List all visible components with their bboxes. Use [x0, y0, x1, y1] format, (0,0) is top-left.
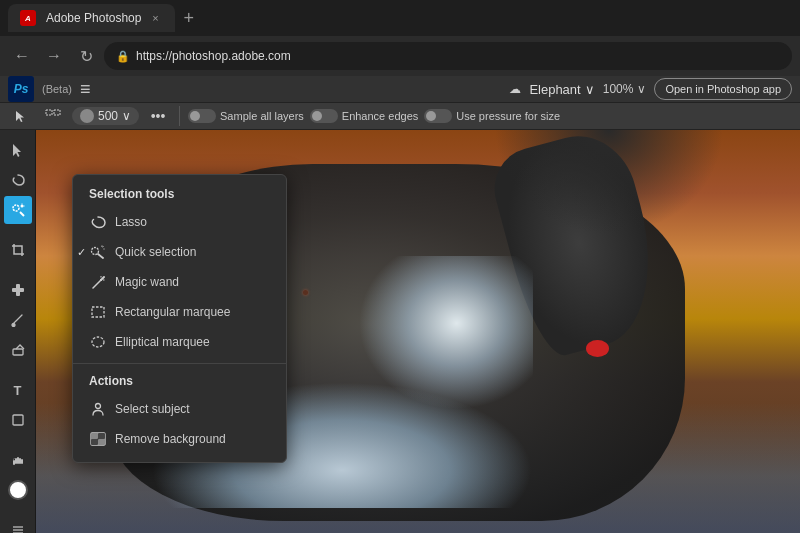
- svg-rect-19: [13, 460, 15, 465]
- back-button[interactable]: ←: [8, 42, 36, 70]
- sample-layers-toggle-oval[interactable]: [188, 109, 216, 123]
- svg-line-29: [93, 280, 101, 288]
- svg-rect-12: [12, 288, 24, 292]
- svg-rect-4: [54, 110, 60, 115]
- ps-beta-label: (Beta): [42, 83, 72, 95]
- dropdown-divider: [73, 363, 286, 364]
- tool-type[interactable]: T: [4, 376, 32, 404]
- new-tab-button[interactable]: +: [179, 8, 198, 29]
- rectangular-marquee-item[interactable]: Rectangular marquee: [73, 297, 286, 327]
- elephant-mouth: [586, 340, 609, 357]
- svg-rect-42: [91, 439, 98, 445]
- brush-size-value: 500: [98, 109, 118, 123]
- svg-rect-20: [21, 459, 23, 464]
- sample-layers-toggle[interactable]: Sample all layers: [188, 109, 304, 123]
- lasso-label: Lasso: [115, 215, 147, 229]
- remove-background-item[interactable]: Remove background: [73, 424, 286, 454]
- tool-healing[interactable]: [4, 276, 32, 304]
- svg-rect-39: [91, 433, 98, 439]
- refresh-button[interactable]: ↻: [72, 42, 100, 70]
- selection-tools-title: Selection tools: [73, 183, 286, 207]
- filename-text: Elephant: [529, 82, 580, 97]
- enhance-edges-toggle[interactable]: Enhance edges: [310, 109, 418, 123]
- rectangular-marquee-label: Rectangular marquee: [115, 305, 230, 319]
- svg-rect-40: [98, 439, 105, 445]
- tool-quick-select[interactable]: [4, 196, 32, 224]
- ps-canvas[interactable]: Selection tools Lasso: [36, 130, 800, 533]
- svg-rect-17: [17, 457, 19, 464]
- quick-select-icon: [89, 243, 107, 261]
- tool-shape[interactable]: [4, 406, 32, 434]
- select-subject-item[interactable]: Select subject: [73, 394, 286, 424]
- svg-rect-15: [13, 415, 23, 425]
- select-subject-label: Select subject: [115, 402, 190, 416]
- svg-line-25: [98, 254, 103, 258]
- tab-favicon: A: [20, 10, 36, 26]
- svg-text:A: A: [24, 14, 31, 23]
- svg-marker-2: [16, 111, 24, 122]
- ps-filename[interactable]: Elephant ∨: [529, 82, 594, 97]
- sample-layers-label: Sample all layers: [220, 110, 304, 122]
- quick-selection-item[interactable]: Quick selection: [73, 237, 286, 267]
- tool-brush[interactable]: [4, 306, 32, 334]
- address-bar[interactable]: 🔒 https://photoshop.adobe.com: [104, 42, 792, 70]
- active-tab[interactable]: A Adobe Photoshop ×: [8, 4, 175, 32]
- pressure-toggle-oval[interactable]: [424, 109, 452, 123]
- svg-line-34: [103, 278, 104, 279]
- enhance-edges-toggle-oval[interactable]: [310, 109, 338, 123]
- actions-title: Actions: [73, 370, 286, 394]
- pressure-toggle-dot: [426, 111, 436, 121]
- ps-options-toolbar: 500 ∨ ••• Sample all layers Enhance edge…: [0, 103, 800, 130]
- brush-size-control[interactable]: 500 ∨: [72, 107, 139, 125]
- svg-point-37: [96, 404, 101, 409]
- zoom-value: 100%: [603, 82, 634, 96]
- elliptical-marquee-label: Elliptical marquee: [115, 335, 210, 349]
- svg-point-13: [12, 324, 15, 327]
- tool-hand[interactable]: [4, 446, 32, 474]
- tab-title: Adobe Photoshop: [46, 11, 141, 25]
- ps-logo: Ps: [8, 76, 34, 102]
- selection-grid-button[interactable]: [40, 103, 66, 129]
- tool-color-swatch[interactable]: [4, 476, 32, 504]
- water-drops: [342, 256, 533, 424]
- brush-preview: [80, 109, 94, 123]
- lasso-tool-item[interactable]: Lasso: [73, 207, 286, 237]
- magic-wand-label: Magic wand: [115, 275, 179, 289]
- tool-crop[interactable]: [4, 236, 32, 264]
- enhance-edges-toggle-dot: [312, 111, 322, 121]
- cloud-icon: ☁: [509, 82, 521, 96]
- open-in-photoshop-button[interactable]: Open in Photoshop app: [654, 78, 792, 100]
- quick-selection-label: Quick selection: [115, 245, 196, 259]
- lasso-icon: [89, 213, 107, 231]
- browser-nav-bar: ← → ↻ 🔒 https://photoshop.adobe.com: [0, 36, 800, 76]
- tool-select[interactable]: [4, 136, 32, 164]
- ellip-marquee-icon: [89, 333, 107, 351]
- zoom-chevron: ∨: [637, 82, 646, 96]
- ps-tools-panel: T: [0, 130, 36, 533]
- tool-lasso[interactable]: [4, 166, 32, 194]
- ps-header: Ps (Beta) ≡ ☁ Elephant ∨ 100% ∨ Open in …: [0, 76, 800, 103]
- browser-tab-bar: A Adobe Photoshop × +: [0, 0, 800, 36]
- more-options-button[interactable]: •••: [145, 103, 171, 129]
- svg-point-8: [20, 205, 23, 208]
- enhance-edges-label: Enhance edges: [342, 110, 418, 122]
- selection-tools-dropdown: Selection tools Lasso: [72, 174, 287, 463]
- select-subject-icon: [89, 400, 107, 418]
- elliptical-marquee-item[interactable]: Elliptical marquee: [73, 327, 286, 357]
- tool-extra[interactable]: [4, 516, 32, 533]
- svg-line-28: [103, 247, 104, 248]
- svg-point-36: [92, 337, 104, 347]
- filename-chevron: ∨: [585, 82, 595, 97]
- move-tool-button[interactable]: [8, 103, 34, 129]
- svg-rect-3: [46, 110, 52, 115]
- tab-close-button[interactable]: ×: [147, 10, 163, 26]
- svg-rect-14: [13, 349, 23, 355]
- magic-wand-icon: [89, 273, 107, 291]
- pressure-toggle[interactable]: Use pressure for size: [424, 109, 560, 123]
- ps-menu-button[interactable]: ≡: [80, 79, 91, 100]
- magic-wand-item[interactable]: Magic wand: [73, 267, 286, 297]
- ps-zoom[interactable]: 100% ∨: [603, 82, 647, 96]
- forward-button[interactable]: →: [40, 42, 68, 70]
- tool-eraser[interactable]: [4, 336, 32, 364]
- svg-line-7: [20, 212, 24, 216]
